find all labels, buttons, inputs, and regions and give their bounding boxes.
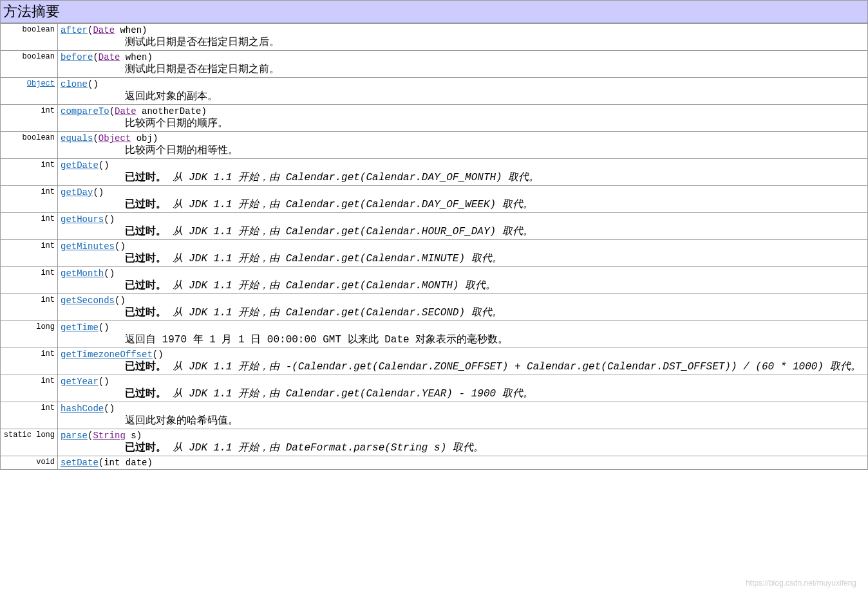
deprecated-text: 从 JDK 1.1 开始，由 DateFormat.parse(String s…: [173, 442, 484, 454]
return-type: boolean: [1, 24, 58, 51]
param-type-link[interactable]: Object: [99, 133, 131, 144]
table-row: voidsetDate(int date): [1, 456, 868, 470]
method-link[interactable]: equals: [61, 133, 93, 144]
method-link[interactable]: getDate: [61, 160, 99, 171]
method-cell: hashCode()返回此对象的哈希码值。: [58, 402, 868, 429]
method-cell: getHours()已过时。 从 JDK 1.1 开始，由 Calendar.g…: [58, 213, 868, 240]
description-text: 返回此对象的副本。: [125, 91, 218, 102]
param-name: when: [126, 52, 147, 62]
return-type: int: [1, 186, 58, 213]
method-link[interactable]: getTime: [61, 322, 99, 333]
method-link[interactable]: getDay: [61, 187, 93, 198]
method-link[interactable]: getHours: [61, 214, 104, 225]
return-type: int: [1, 348, 58, 375]
method-link[interactable]: after: [61, 25, 88, 35]
table-row: intgetYear()已过时。 从 JDK 1.1 开始，由 Calendar…: [1, 375, 868, 402]
return-type: boolean: [1, 51, 58, 78]
method-cell: getMinutes()已过时。 从 JDK 1.1 开始，由 Calendar…: [58, 240, 868, 267]
method-link[interactable]: getMonth: [61, 268, 104, 279]
table-row: intgetMinutes()已过时。 从 JDK 1.1 开始，由 Calen…: [1, 240, 868, 267]
method-description: 测试此日期是否在指定日期之前。: [61, 62, 865, 76]
method-cell: after(Date when)测试此日期是否在指定日期之后。: [58, 24, 868, 51]
method-description: 已过时。 从 JDK 1.1 开始，由 Calendar.get(Calenda…: [61, 225, 865, 238]
method-description: 已过时。 从 JDK 1.1 开始，由 Calendar.get(Calenda…: [61, 387, 865, 400]
param-name: s: [131, 431, 136, 441]
description-text: 测试此日期是否在指定日期之后。: [125, 37, 279, 48]
return-type: int: [1, 375, 58, 402]
method-description: 已过时。 从 JDK 1.1 开始，由 Calendar.get(Calenda…: [61, 198, 865, 211]
method-description: 测试此日期是否在指定日期之后。: [61, 35, 865, 49]
table-row: booleanbefore(Date when)测试此日期是否在指定日期之前。: [1, 51, 868, 78]
param-type-link[interactable]: Date: [115, 106, 137, 116]
deprecated-label: 已过时。: [125, 172, 166, 183]
method-cell: getDay()已过时。 从 JDK 1.1 开始，由 Calendar.get…: [58, 186, 868, 213]
method-cell: getMonth()已过时。 从 JDK 1.1 开始，由 Calendar.g…: [58, 267, 868, 294]
method-signature: getMonth(): [61, 268, 865, 279]
table-row: intgetTimezoneOffset()已过时。 从 JDK 1.1 开始，…: [1, 348, 868, 375]
table-row: intcompareTo(Date anotherDate)比较两个日期的顺序。: [1, 105, 868, 132]
deprecated-text: 从 JDK 1.1 开始，由 Calendar.get(Calendar.MON…: [173, 280, 496, 292]
param-type-link[interactable]: Date: [99, 52, 120, 62]
table-row: booleanequals(Object obj)比较两个日期的相等性。: [1, 132, 868, 159]
method-link[interactable]: getYear: [61, 376, 99, 387]
return-type: int: [1, 159, 58, 186]
method-signature: clone(): [61, 79, 865, 89]
method-description: 已过时。 从 JDK 1.1 开始，由 Calendar.get(Calenda…: [61, 171, 865, 184]
method-link[interactable]: getTimezoneOffset: [61, 349, 153, 360]
method-cell: compareTo(Date anotherDate)比较两个日期的顺序。: [58, 105, 868, 132]
table-row: intgetDate()已过时。 从 JDK 1.1 开始，由 Calendar…: [1, 159, 868, 186]
deprecated-text: 从 JDK 1.1 开始，由 Calendar.get(Calendar.DAY…: [173, 199, 533, 210]
deprecated-label: 已过时。: [125, 307, 166, 319]
return-type: void: [1, 456, 58, 470]
method-description: 已过时。 从 JDK 1.1 开始，由 Calendar.get(Calenda…: [61, 306, 865, 319]
method-description: 比较两个日期的相等性。: [61, 144, 865, 157]
method-description: 返回此对象的哈希码值。: [61, 414, 865, 427]
return-type: int: [1, 402, 58, 429]
deprecated-text: 从 JDK 1.1 开始，由 Calendar.get(Calendar.HOU…: [173, 226, 533, 237]
method-cell: getTime()返回自 1970 年 1 月 1 日 00:00:00 GMT…: [58, 321, 868, 348]
method-link[interactable]: before: [61, 52, 93, 62]
method-cell: clone()返回此对象的副本。: [58, 78, 868, 105]
section-title: 方法摘要: [0, 0, 868, 23]
deprecated-label: 已过时。: [125, 361, 166, 373]
method-signature: getMinutes(): [61, 241, 865, 252]
method-link[interactable]: parse: [61, 431, 88, 441]
method-signature: getHours(): [61, 214, 865, 225]
method-link[interactable]: getMinutes: [61, 241, 115, 252]
param-type-link[interactable]: Date: [93, 25, 115, 35]
method-signature: getTime(): [61, 322, 865, 333]
deprecated-text: 从 JDK 1.1 开始，由 Calendar.get(Calendar.MIN…: [173, 253, 502, 265]
return-type: int: [1, 267, 58, 294]
table-row: static longparse(String s)已过时。 从 JDK 1.1…: [1, 429, 868, 456]
method-description: 已过时。 从 JDK 1.1 开始，由 Calendar.get(Calenda…: [61, 252, 865, 265]
deprecated-label: 已过时。: [125, 280, 166, 292]
deprecated-text: 从 JDK 1.1 开始，由 -(Calendar.get(Calendar.Z…: [173, 361, 861, 373]
method-link[interactable]: getSeconds: [61, 295, 115, 306]
deprecated-text: 从 JDK 1.1 开始，由 Calendar.get(Calendar.DAY…: [173, 172, 540, 183]
return-type: int: [1, 105, 58, 132]
method-link[interactable]: clone: [61, 79, 88, 89]
param-type-link[interactable]: String: [93, 431, 125, 441]
table-row: intgetSeconds()已过时。 从 JDK 1.1 开始，由 Calen…: [1, 294, 868, 321]
method-description: 已过时。 从 JDK 1.1 开始，由 Calendar.get(Calenda…: [61, 279, 865, 292]
return-type-link[interactable]: Object: [27, 79, 55, 88]
deprecated-label: 已过时。: [125, 199, 166, 210]
method-signature: before(Date when): [61, 52, 865, 62]
method-link[interactable]: compareTo: [61, 106, 109, 116]
table-row: inthashCode()返回此对象的哈希码值。: [1, 402, 868, 429]
method-cell: getTimezoneOffset()已过时。 从 JDK 1.1 开始，由 -…: [58, 348, 868, 375]
param-type: int: [104, 458, 120, 468]
description-text: 测试此日期是否在指定日期之前。: [125, 64, 279, 75]
table-row: intgetHours()已过时。 从 JDK 1.1 开始，由 Calenda…: [1, 213, 868, 240]
method-link[interactable]: hashCode: [61, 404, 104, 414]
table-row: intgetDay()已过时。 从 JDK 1.1 开始，由 Calendar.…: [1, 186, 868, 213]
method-summary-table: booleanafter(Date when)测试此日期是否在指定日期之后。bo…: [0, 23, 868, 470]
method-cell: setDate(int date): [58, 456, 868, 470]
return-type: long: [1, 321, 58, 348]
param-name: anotherDate: [142, 106, 201, 116]
return-type: int: [1, 294, 58, 321]
method-cell: parse(String s)已过时。 从 JDK 1.1 开始，由 DateF…: [58, 429, 868, 456]
method-link[interactable]: setDate: [61, 458, 99, 468]
table-row: intgetMonth()已过时。 从 JDK 1.1 开始，由 Calenda…: [1, 267, 868, 294]
table-row: booleanafter(Date when)测试此日期是否在指定日期之后。: [1, 24, 868, 51]
